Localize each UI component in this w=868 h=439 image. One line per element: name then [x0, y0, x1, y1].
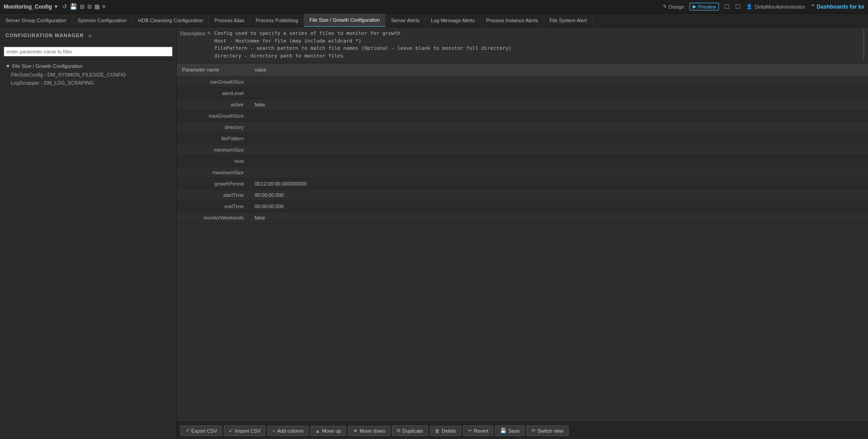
delete-label: Delete	[442, 428, 456, 434]
switch-view-button[interactable]: ⟳ Switch view	[526, 425, 568, 436]
col-value: value	[249, 63, 868, 76]
description-edit-icon[interactable]: ✎	[207, 31, 211, 36]
table-row[interactable]: alertLevel	[177, 88, 868, 99]
save-button[interactable]: 💾 Save	[495, 425, 525, 436]
tab-item-9[interactable]: File System Alert	[544, 14, 593, 27]
param-value-cell[interactable]	[249, 76, 868, 88]
param-value-cell[interactable]	[249, 88, 868, 99]
delete-button[interactable]: 🗑 Delete	[430, 426, 461, 436]
tree-item-0[interactable]: FileSizeConfig - DM_SYSMON_FILESIZE_CONF…	[0, 71, 176, 79]
table-header-row: Parameter name value	[177, 63, 868, 76]
preview-button[interactable]: ▶ Preview	[690, 3, 719, 10]
param-name-cell: host	[177, 156, 249, 167]
tab-item-2[interactable]: HDB Cleansing Configuration	[133, 14, 209, 27]
revert-button[interactable]: ↩ Revert	[463, 425, 493, 436]
brand-text: Dashboards for kx	[817, 4, 864, 10]
design-button[interactable]: ✎ Design	[663, 4, 684, 10]
collapse-icon[interactable]: «	[88, 32, 92, 39]
table-row[interactable]: startTime00:00:00.000	[177, 190, 868, 201]
main-content: CONFIGURATION MANAGER « ▼ File Size / Gr…	[0, 27, 868, 439]
table-row[interactable]: endTime00:00:00.000	[177, 201, 868, 212]
table-row[interactable]: host	[177, 156, 868, 167]
param-name-cell: filePattern	[177, 133, 249, 144]
right-panel: Description ✎ Config used to specify a s…	[177, 27, 868, 439]
col-param-name: Parameter name	[177, 63, 249, 76]
app-title-text: Monitoring_Config	[4, 4, 52, 10]
add-column-button[interactable]: + Add column	[267, 426, 309, 436]
tab-item-6[interactable]: Server Alerts	[386, 14, 425, 27]
add-column-icon: +	[272, 428, 275, 434]
tab-item-0[interactable]: Server Group Configuration	[0, 14, 72, 27]
move-up-label: Move up	[322, 428, 341, 434]
tree-item-1[interactable]: LogScrapper - DM_LOG_SCRAPING	[0, 79, 176, 87]
description-label-text: Description	[180, 31, 205, 36]
revert-icon: ↩	[468, 428, 472, 434]
design-icon: ✎	[663, 4, 667, 10]
param-value-cell[interactable]: 00:00:00.000	[249, 201, 868, 212]
param-value-cell[interactable]	[249, 110, 868, 122]
duplicate-button[interactable]: ⧉ Duplicate	[392, 425, 428, 436]
table-row[interactable]: minGrowthSize	[177, 76, 868, 88]
export-csv-button[interactable]: ↗ Export CSV	[180, 425, 222, 436]
tab-item-1[interactable]: Sysmon Configuration	[72, 14, 133, 27]
window-btn-1[interactable]: ☐	[724, 3, 730, 10]
tab-item-3[interactable]: Process Alias	[209, 14, 250, 27]
param-value-cell[interactable]	[249, 156, 868, 167]
param-value-cell[interactable]	[249, 167, 868, 178]
table-row[interactable]: minimumSize	[177, 144, 868, 156]
tab-bar: Server Group ConfigurationSysmon Configu…	[0, 14, 868, 27]
table-row[interactable]: monitorWeekendsfalse	[177, 212, 868, 224]
table-row[interactable]: growthPeriod0D12:00:00.000000000	[177, 178, 868, 190]
param-name-cell: alertLevel	[177, 88, 249, 99]
brand-label: ⌃ Dashboards for kx	[810, 4, 864, 10]
param-name-cell: minimumSize	[177, 144, 249, 156]
add-column-label: Add column	[277, 428, 304, 434]
table-row[interactable]: directory	[177, 122, 868, 133]
table-row[interactable]: activefalse	[177, 99, 868, 110]
table-row[interactable]: maximumSize	[177, 167, 868, 178]
top-bar: Monitoring_Config ▼ ↺ 💾 ⊞ ⧉ ▦ ≡ ✎ Design…	[0, 0, 868, 14]
table-row[interactable]: maxGrowthSize	[177, 110, 868, 122]
copy-icon[interactable]: ⧉	[87, 3, 92, 10]
search-input[interactable]	[4, 47, 173, 57]
param-table: Parameter name value minGrowthSizealertL…	[177, 63, 868, 422]
table-icon[interactable]: ▦	[94, 3, 100, 10]
app-title-dropdown[interactable]: ▼	[54, 4, 58, 9]
refresh-icon[interactable]: ↺	[62, 3, 67, 10]
user-info: 👤 DeltaMonAdministrator	[746, 4, 805, 10]
param-value-cell[interactable]	[249, 122, 868, 133]
config-manager-header: CONFIGURATION MANAGER «	[0, 27, 176, 44]
top-bar-icons: ↺ 💾 ⊞ ⧉ ▦ ≡	[62, 3, 106, 10]
param-value-cell[interactable]: 00:00:00.000	[249, 190, 868, 201]
bar-icon[interactable]: ≡	[102, 3, 106, 10]
param-value-cell[interactable]: false	[249, 99, 868, 110]
param-value-cell[interactable]	[249, 144, 868, 156]
switch-view-icon: ⟳	[531, 428, 535, 434]
move-up-button[interactable]: ▲ Move up	[310, 426, 346, 436]
param-name-cell: maximumSize	[177, 167, 249, 178]
tab-item-4[interactable]: Process Publishing	[250, 14, 304, 27]
description-textarea[interactable]: Config used to specify a series of files…	[214, 30, 864, 60]
param-value-cell[interactable]: false	[249, 212, 868, 224]
revert-label: Revert	[474, 428, 488, 434]
param-value-cell[interactable]	[249, 133, 868, 144]
save-icon[interactable]: 💾	[70, 3, 77, 10]
tab-item-8[interactable]: Process Instance Alerts	[481, 14, 544, 27]
table-row[interactable]: filePattern	[177, 133, 868, 144]
param-value-cell[interactable]: 0D12:00:00.000000000	[249, 178, 868, 190]
bottom-toolbar: ↗ Export CSV ↙ Import CSV + Add column ▲…	[177, 422, 868, 439]
switch-view-label: Switch view	[537, 428, 563, 434]
import-csv-button[interactable]: ↙ Import CSV	[224, 425, 265, 436]
window-btn-2[interactable]: ☐	[735, 3, 741, 10]
tab-item-7[interactable]: Log Message Alerts	[425, 14, 481, 27]
param-name-cell: active	[177, 99, 249, 110]
export-csv-label: Export CSV	[191, 428, 217, 434]
tree-group-header[interactable]: ▼ File Size / Growth Configuration	[0, 62, 176, 71]
tree-group-arrow: ▼	[5, 63, 10, 69]
delete-icon: 🗑	[435, 428, 440, 434]
move-down-button[interactable]: ▼ Move down	[348, 426, 390, 436]
tab-item-5[interactable]: File Size / Growth Configuration	[304, 14, 386, 27]
grid-icon[interactable]: ⊞	[80, 3, 85, 10]
move-down-label: Move down	[360, 428, 385, 434]
design-label: Design	[669, 4, 684, 10]
